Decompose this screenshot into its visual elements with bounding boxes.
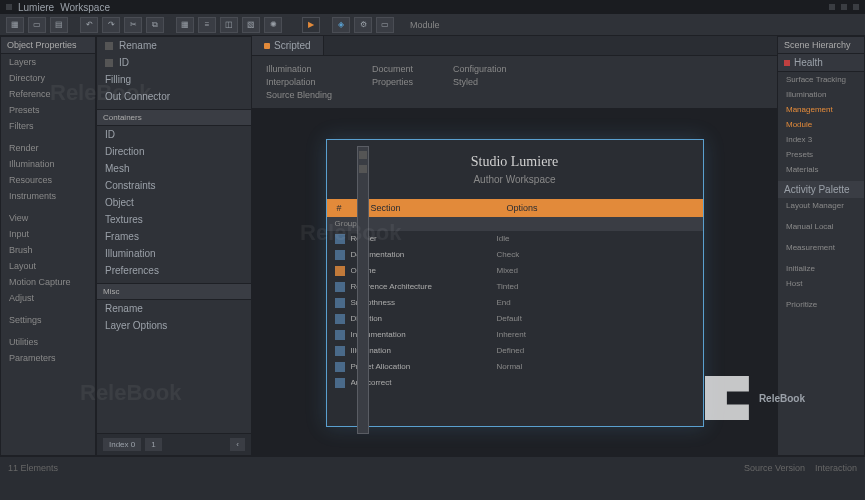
left-item[interactable]: Adjust (1, 290, 95, 306)
mid-item[interactable]: Direction (97, 143, 251, 160)
tool-save-icon[interactable]: ▤ (50, 17, 68, 33)
mid-item[interactable]: Textures (97, 211, 251, 228)
row-name: Documentation (351, 250, 491, 259)
dialog-row[interactable]: Preset AllocationNormal (327, 359, 703, 375)
left-item[interactable]: Directory (1, 70, 95, 86)
row-name: Outline (351, 266, 491, 275)
left-item[interactable]: Utilities (1, 334, 95, 350)
right-item[interactable]: Layout Manager (778, 198, 864, 213)
mid-item[interactable]: Rename (97, 37, 251, 54)
mid-item[interactable]: Constraints (97, 177, 251, 194)
right-item[interactable]: Measurement (778, 240, 864, 255)
mid-item[interactable]: Mesh (97, 160, 251, 177)
left-item[interactable]: Motion Capture (1, 274, 95, 290)
tool-redo-icon[interactable]: ↷ (102, 17, 120, 33)
tool-cut-icon[interactable]: ✂ (124, 17, 142, 33)
row-icon (335, 234, 345, 244)
right-item[interactable]: Illumination (778, 87, 864, 102)
right-item[interactable]: Module (778, 117, 864, 132)
row-name: Reference Architecture (351, 282, 491, 291)
tool-play-icon[interactable]: ▶ (302, 17, 320, 33)
mid-footer-tab[interactable]: Index 0 (103, 438, 141, 451)
mid-item[interactable]: Out Connector (97, 88, 251, 105)
dialog-header-cell: # (327, 203, 351, 213)
mid-item-label: Out Connector (105, 91, 170, 102)
mid-item[interactable]: Rename (97, 300, 251, 317)
right-item[interactable]: Presets (778, 147, 864, 162)
right-item[interactable]: Initialize (778, 261, 864, 276)
mid-item[interactable]: Preferences (97, 262, 251, 279)
right-item[interactable]: Manual Local (778, 219, 864, 234)
left-item[interactable]: Resources (1, 172, 95, 188)
tool-link-icon[interactable]: ◈ (332, 17, 350, 33)
left-item[interactable]: Presets (1, 102, 95, 118)
row-icon (335, 314, 345, 324)
max-icon[interactable] (841, 4, 847, 10)
tab-label: Scripted (274, 40, 311, 51)
left-item[interactable]: View (1, 210, 95, 226)
tool-mesh-icon[interactable]: ▧ (242, 17, 260, 33)
dialog-row[interactable]: RenderIdle (327, 231, 703, 247)
mid-item-label: Rename (105, 303, 143, 314)
row-name: Direction (351, 314, 491, 323)
tool-light-icon[interactable]: ✺ (264, 17, 282, 33)
app-icon (6, 4, 12, 10)
mid-footer-arrow-icon[interactable]: ‹ (230, 438, 245, 451)
tool-folder-icon[interactable]: ▭ (376, 17, 394, 33)
mid-group-header: Containers (97, 109, 251, 126)
dialog-row[interactable]: OutlineMixed (327, 263, 703, 279)
right-item[interactable]: Management (778, 102, 864, 117)
left-item[interactable]: Illumination (1, 156, 95, 172)
left-item[interactable]: Layers (1, 54, 95, 70)
right-item[interactable]: Host (778, 276, 864, 291)
tool-copy-icon[interactable]: ⧉ (146, 17, 164, 33)
dialog-row[interactable]: Reference ArchitectureTinted (327, 279, 703, 295)
tool-file-icon[interactable]: ▦ (6, 17, 24, 33)
row-name: Smoothness (351, 298, 491, 307)
close-icon[interactable] (853, 4, 859, 10)
tool-view-icon[interactable]: ◫ (220, 17, 238, 33)
mid-item[interactable]: Layer Options (97, 317, 251, 334)
tool-settings-icon[interactable]: ⚙ (354, 17, 372, 33)
left-item[interactable]: Reference (1, 86, 95, 102)
info-text: Document (372, 64, 413, 74)
dialog-row[interactable]: SmoothnessEnd (327, 295, 703, 311)
left-item[interactable]: Input (1, 226, 95, 242)
mid-item-label: ID (105, 129, 115, 140)
right-item[interactable]: Materials (778, 162, 864, 177)
mid-item[interactable]: Illumination (97, 245, 251, 262)
dialog-row[interactable]: DirectionDefault (327, 311, 703, 327)
row-value: Inherent (497, 330, 526, 339)
left-item[interactable]: Parameters (1, 350, 95, 366)
center-tab[interactable]: Scripted (252, 36, 324, 55)
mid-item[interactable]: ID (97, 126, 251, 143)
right-item[interactable]: Prioritize (778, 297, 864, 312)
tool-open-icon[interactable]: ▭ (28, 17, 46, 33)
dialog-row[interactable]: InstrumentationInherent (327, 327, 703, 343)
row-icon (335, 282, 345, 292)
left-item[interactable]: Layout (1, 258, 95, 274)
left-item[interactable]: Instruments (1, 188, 95, 204)
side-tool-icon[interactable] (359, 165, 367, 173)
mid-item[interactable]: Frames (97, 228, 251, 245)
mid-item[interactable]: ID (97, 54, 251, 71)
row-name: Instrumentation (351, 330, 491, 339)
left-item[interactable]: Render (1, 140, 95, 156)
info-text: Interpolation (266, 77, 332, 87)
mid-item[interactable]: Filling (97, 71, 251, 88)
mid-footer-tab[interactable]: 1 (145, 438, 161, 451)
side-tool-icon[interactable] (359, 151, 367, 159)
dialog-row[interactable]: IlluminationDefined (327, 343, 703, 359)
tool-grid-icon[interactable]: ▦ (176, 17, 194, 33)
tool-layers-icon[interactable]: ≡ (198, 17, 216, 33)
mid-item[interactable]: Object (97, 194, 251, 211)
min-icon[interactable] (829, 4, 835, 10)
left-item[interactable]: Brush (1, 242, 95, 258)
dialog-row[interactable]: Autocorrect (327, 375, 703, 391)
dialog-row[interactable]: DocumentationCheck (327, 247, 703, 263)
left-item[interactable]: Settings (1, 312, 95, 328)
tool-undo-icon[interactable]: ↶ (80, 17, 98, 33)
right-item[interactable]: Surface Tracking (778, 72, 864, 87)
right-item[interactable]: Index 3 (778, 132, 864, 147)
left-item[interactable]: Filters (1, 118, 95, 134)
